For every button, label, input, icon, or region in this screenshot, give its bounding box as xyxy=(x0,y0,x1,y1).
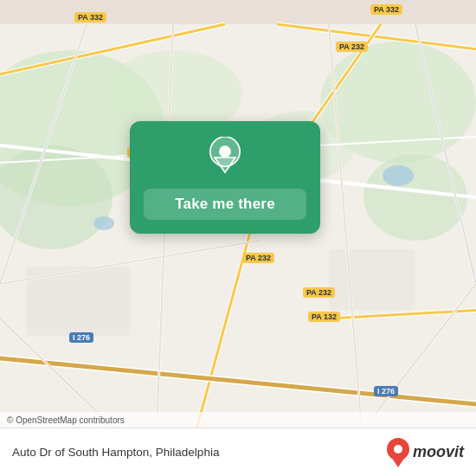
road-label-pa332-left: PA 332 xyxy=(74,12,106,23)
location-card: Take me there xyxy=(130,121,320,234)
copyright-text: © OpenStreetMap contributors xyxy=(7,415,125,425)
bottom-bar: Auto Dr of South Hampton, Philadelphia m… xyxy=(0,428,476,476)
svg-rect-10 xyxy=(329,249,415,310)
road-label-pa232-mid: PA 232 xyxy=(242,253,274,263)
map-container: PA 332 PA 332 PA 232 PA 232 PA 232 PA 13… xyxy=(0,0,476,476)
moovit-label: moovit xyxy=(413,443,464,461)
location-pin-icon xyxy=(204,137,246,178)
svg-point-4 xyxy=(363,154,467,241)
svg-point-8 xyxy=(383,165,414,186)
road-label-pa232-top: PA 232 xyxy=(336,42,368,52)
take-me-there-button[interactable]: Take me there xyxy=(144,189,306,220)
road-label-pa132: PA 132 xyxy=(308,312,340,322)
moovit-logo: moovit xyxy=(387,438,464,467)
copyright-bar: © OpenStreetMap contributors xyxy=(0,412,476,428)
road-label-i276-left: I 276 xyxy=(69,332,93,343)
location-name: Auto Dr of South Hampton, Philadelphia xyxy=(12,446,219,459)
svg-point-43 xyxy=(394,445,402,453)
svg-point-40 xyxy=(219,145,231,158)
road-label-pa232-lower: PA 232 xyxy=(303,287,335,298)
road-label-i276-right: I 276 xyxy=(374,386,398,396)
svg-point-7 xyxy=(93,216,114,230)
svg-marker-44 xyxy=(391,457,405,467)
moovit-pin-icon xyxy=(387,438,409,467)
road-label-pa332-right: PA 332 xyxy=(370,4,402,15)
